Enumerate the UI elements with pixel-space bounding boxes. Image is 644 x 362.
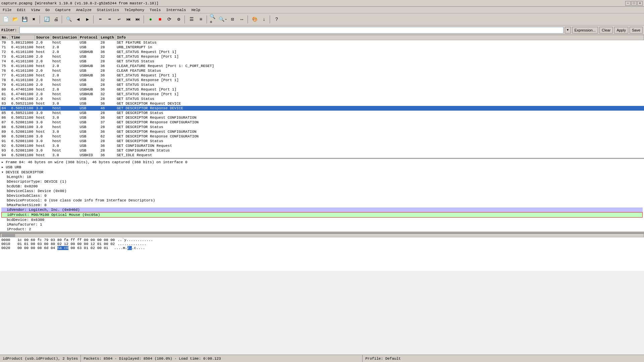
menu-capture[interactable]: Capture bbox=[54, 7, 72, 13]
detail-field[interactable]: idVendor: Logitech, Inc. (0x046d) bbox=[1, 207, 643, 212]
go-back-button[interactable]: ⬅ bbox=[96, 15, 105, 24]
zoom-in-button[interactable]: 🔍+ bbox=[209, 15, 218, 24]
find-next-button[interactable]: ▶ bbox=[83, 15, 92, 24]
detail-field[interactable]: bMaxPacketSize0: 8 bbox=[1, 203, 643, 207]
detail-field[interactable]: bDeviceProtocol: 0 (Use class code info … bbox=[1, 198, 643, 203]
go-last-button[interactable]: ⏭ bbox=[133, 15, 142, 24]
auto-scroll-button[interactable]: ↓ bbox=[260, 15, 268, 24]
zoom-out-button[interactable]: 🔍- bbox=[219, 15, 227, 24]
table-row[interactable]: 75 6.41161100 host 2.0 USBHUB 36 CLEAR_F… bbox=[0, 64, 644, 68]
table-row[interactable]: 88 6.52081100 3.0 host USB 28 GET DESCRI… bbox=[0, 125, 644, 129]
cell-length: 28 bbox=[99, 97, 115, 101]
menu-statistics[interactable]: Statistics bbox=[96, 7, 120, 13]
packet-list[interactable]: No. Time Source Destination Protocol Len… bbox=[0, 35, 644, 159]
help-button[interactable]: ? bbox=[272, 15, 281, 24]
frame-info[interactable]: Frame 84: 46 bytes on wire (368 bits), 4… bbox=[1, 160, 643, 165]
table-row[interactable]: 87 6.52081100 3.0 host USB 37 GET DESCRI… bbox=[0, 120, 644, 125]
table-row[interactable]: 71 6.41161100 host 2.0 USB 28 URB_INTERR… bbox=[0, 45, 644, 50]
table-row[interactable]: 82 6.47401100 2.0 host USB 28 GET STATUS… bbox=[0, 97, 644, 101]
device-descriptor[interactable]: DEVICE DESCRIPTOR bbox=[1, 170, 643, 175]
filter-input[interactable] bbox=[19, 27, 563, 34]
colorize-button[interactable]: 🎨 bbox=[250, 15, 259, 24]
menu-analyze[interactable]: Analyze bbox=[75, 7, 93, 13]
detail-field[interactable]: bDescriptorType: DEVICE (1) bbox=[1, 179, 643, 184]
cell-source: 2.0 bbox=[35, 40, 51, 45]
maximize-button[interactable]: □ bbox=[631, 1, 637, 6]
table-row[interactable]: 94 6.52081100 host 3.0 USBHID 36 SET_IDL… bbox=[0, 153, 644, 158]
cell-length: 28 bbox=[99, 139, 115, 143]
menu-edit[interactable]: Edit bbox=[15, 7, 27, 13]
menu-telephony[interactable]: Telephony bbox=[123, 7, 146, 13]
minimize-button[interactable]: — bbox=[625, 1, 631, 6]
save-filter-button[interactable]: Save bbox=[630, 27, 643, 34]
table-row[interactable]: 74 6.41161100 2.0 host USB 28 GET STATUS… bbox=[0, 59, 644, 64]
table-row[interactable]: 73 6.41161100 2.0 host USB 32 GET_STATUS… bbox=[0, 54, 644, 59]
close-button[interactable]: ✕ bbox=[637, 1, 643, 6]
table-row[interactable]: 84 6.50521100 3.0 host USB 46 GET DESCRI… bbox=[0, 106, 644, 111]
usb-urb[interactable]: USB URB bbox=[1, 165, 643, 170]
cell-destination: host bbox=[51, 120, 78, 125]
table-row[interactable]: 89 6.52081100 host 3.0 USB 36 GET DESCRI… bbox=[0, 129, 644, 134]
table-row[interactable]: 91 6.52081100 3.0 host USB 28 GET DESCRI… bbox=[0, 139, 644, 143]
resize-columns-button[interactable]: ↔ bbox=[237, 15, 246, 24]
table-row[interactable]: 90 6.52081100 3.0 host USB 62 GET DESCRI… bbox=[0, 134, 644, 139]
save-button[interactable]: 💾 bbox=[20, 15, 29, 24]
find-prev-button[interactable]: ◀ bbox=[74, 15, 83, 24]
cell-info: GET DESCRIPTOR Request CONFIGURATION bbox=[115, 129, 644, 134]
table-row[interactable]: 92 6.52081100 host 3.0 USB 36 SET CONFIG… bbox=[0, 143, 644, 148]
clear-button[interactable]: Clear bbox=[599, 27, 613, 34]
start-capture-button[interactable]: ● bbox=[146, 15, 155, 24]
table-row[interactable]: 81 6.47401100 2.0 host USBHUB 32 GET_STA… bbox=[0, 92, 644, 97]
detail-field[interactable]: bDeviceClass: Device (0x00) bbox=[1, 189, 643, 193]
toolbar: 📄 📂 💾 ✖ 🔄 🖨 🔍 ◀ ▶ ⬅ ➡ ↩ ⏮ ⏭ ● ■ ⟳ ⚙ ☰ ≡ … bbox=[0, 13, 644, 25]
open-button[interactable]: 📂 bbox=[11, 15, 19, 24]
go-first-button[interactable]: ⏮ bbox=[124, 15, 133, 24]
cell-destination: host bbox=[51, 92, 78, 97]
table-row[interactable]: 76 6.41161100 2.0 host USB 28 CLEAR FEAT… bbox=[0, 68, 644, 73]
detail-field[interactable]: bcdDevice: 0x6300 bbox=[1, 218, 643, 222]
table-row[interactable]: 78 6.41161100 2.0 host USB 32 GET_STATUS… bbox=[0, 78, 644, 82]
detail-field[interactable]: iManufacturer: 1 bbox=[1, 222, 643, 227]
cell-protocol: USBHUB bbox=[78, 50, 99, 54]
cell-time: 6.50521100 bbox=[10, 115, 35, 120]
menu-internals[interactable]: Internals bbox=[165, 7, 187, 13]
filter-dropdown[interactable]: ▼ bbox=[565, 27, 571, 34]
menu-tools[interactable]: Tools bbox=[148, 7, 162, 13]
table-row[interactable]: 83 6.50521100 host 3.0 USB 36 GET DESCRI… bbox=[0, 101, 644, 106]
table-row[interactable]: 85 6.50521100 3.0 host USB 28 GET DESCRI… bbox=[0, 111, 644, 115]
table-row[interactable]: 72 6.41161100 host 2.0 USBHUB 36 GET_STA… bbox=[0, 50, 644, 54]
restart-capture-button[interactable]: ⟳ bbox=[165, 15, 174, 24]
detail-field[interactable]: iProduct: 2 bbox=[1, 227, 643, 232]
cell-destination: 2.0 bbox=[51, 73, 78, 78]
table-row[interactable]: 93 6.52081100 3.0 host USB 28 SET CONFIG… bbox=[0, 148, 644, 153]
expression-button[interactable]: Expression... bbox=[572, 27, 598, 34]
cell-destination: host bbox=[51, 82, 78, 87]
capture-options-button[interactable]: ⚙ bbox=[174, 15, 183, 24]
table-row[interactable]: 86 6.50521100 host 3.0 USB 36 GET DESCRI… bbox=[0, 115, 644, 120]
table-row[interactable]: 77 6.41161100 host 2.0 USBHUB 36 GET_STA… bbox=[0, 73, 644, 78]
detail-field[interactable]: bLength: 18 bbox=[1, 175, 643, 179]
find-button[interactable]: 🔍 bbox=[64, 15, 73, 24]
go-forward-button[interactable]: ➡ bbox=[105, 15, 114, 24]
go-to-packet-button[interactable]: ↩ bbox=[115, 15, 123, 24]
close-capture-button[interactable]: ✖ bbox=[30, 15, 38, 24]
menu-go[interactable]: Go bbox=[44, 7, 51, 13]
table-row[interactable]: 70 5.88121000 2.0 host USB 28 SET FEATUR… bbox=[0, 40, 644, 45]
reload-button[interactable]: 🔄 bbox=[42, 15, 51, 24]
detail-field[interactable]: bDeviceSubClass: 0 bbox=[1, 193, 643, 198]
detail-field[interactable]: bcdUSB: 0x0200 bbox=[1, 184, 643, 189]
menu-file[interactable]: File bbox=[1, 7, 13, 13]
stop-capture-button[interactable]: ■ bbox=[156, 15, 164, 24]
menu-view[interactable]: View bbox=[30, 7, 41, 13]
detail-view-button[interactable]: ≡ bbox=[197, 15, 205, 24]
table-row[interactable]: 79 6.41161100 2.0 host USB 28 GET STATUS… bbox=[0, 82, 644, 87]
new-capture-button[interactable]: 📄 bbox=[1, 15, 10, 24]
apply-button[interactable]: Apply bbox=[614, 27, 628, 34]
menu-help[interactable]: Help bbox=[190, 7, 202, 13]
list-view-button[interactable]: ☰ bbox=[187, 15, 196, 24]
table-row[interactable]: 80 6.47401100 host 2.0 USBHUB 36 GET_STA… bbox=[0, 87, 644, 92]
detail-field[interactable]: idProduct: M90/M100 Optical Mouse (0xc05… bbox=[1, 212, 643, 218]
zoom-normal-button[interactable]: ⊡ bbox=[228, 15, 237, 24]
print-button[interactable]: 🖨 bbox=[52, 15, 60, 24]
horizontal-scrollbar[interactable] bbox=[0, 233, 644, 237]
